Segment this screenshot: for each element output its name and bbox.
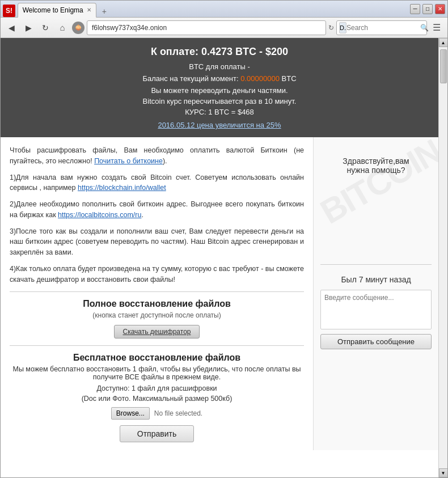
back-icon: ◀: [9, 23, 15, 32]
divider-2: [10, 345, 304, 346]
page-content: К оплате: 0.4273 BTC - $200 BTC для опла…: [1, 38, 438, 477]
scroll-up-button[interactable]: ▲: [439, 38, 448, 47]
refresh-icon: ↻: [42, 23, 49, 32]
search-engine-icon: D.: [339, 22, 346, 33]
file-types-text: (Doc или Фото. Максимальный размер 500кб…: [10, 395, 304, 403]
main-layout: Чтобы расшифровать файлы, Вам необходимо…: [1, 137, 438, 450]
header-balance: Баланс на текущий момент: 0.00000000 BTC: [12, 74, 427, 83]
forward-button[interactable]: ▶: [21, 20, 36, 35]
file-upload-row: Browse... No file selected.: [10, 407, 304, 420]
chat-divider: [320, 264, 432, 265]
title-bar: S! Welcome to Enigma ✕ + ─ □ ✕: [1, 1, 447, 18]
step1: 1)Для начала вам нужно создать свой Bitc…: [10, 172, 304, 194]
browser-content: К оплате: 0.4273 BTC - $200 BTC для опла…: [1, 38, 447, 477]
step3: 3)После того как вы создали и пополнили …: [10, 226, 304, 258]
home-button[interactable]: ⌂: [55, 20, 70, 35]
file-selected-label: No file selected.: [154, 409, 202, 417]
search-submit-button[interactable]: 🔍: [420, 24, 429, 32]
header-title: К оплате: 0.4273 BTC - $200: [12, 46, 427, 58]
header-btc-label: BTC для оплаты -: [12, 62, 427, 71]
step2: 2)Далее необходимо пополнить свой биткои…: [10, 199, 304, 221]
available-text: Доступно: 1 файл для расшифровки: [10, 384, 304, 392]
refresh-button[interactable]: ↻: [38, 20, 53, 35]
tor-icon: 🧅: [75, 24, 82, 31]
free-recovery-title: Бесплатное восстановление файлов: [10, 353, 304, 363]
forward-icon: ▶: [26, 23, 32, 32]
header-course: КУРС: 1 BTC = $468: [12, 108, 427, 116]
step2-link[interactable]: https://localbitcoins.com/ru: [58, 211, 141, 219]
download-btn-wrapper: Скачать дешифратор: [10, 325, 304, 339]
scroll-track: [439, 47, 447, 468]
minimize-button[interactable]: ─: [410, 4, 420, 14]
menu-button[interactable]: ☰: [429, 20, 444, 35]
toolbar: ◀ ▶ ↻ ⌂ 🧅 ↻ D. 🔍 ☰: [1, 18, 447, 38]
balance-prefix: Баланс на текущий момент:: [142, 74, 238, 83]
send-message-button[interactable]: Отправить сообщение: [320, 334, 432, 349]
greeting-line: Здравствуйте,вам нужна помощь?: [343, 156, 409, 175]
browser-logo: S!: [3, 5, 15, 17]
tab-label: Welcome to Enigma: [23, 6, 83, 14]
read-about-link[interactable]: Почитать о биткоине: [94, 157, 163, 165]
search-bar-wrapper: D. 🔍: [336, 20, 427, 35]
step4: 4)Как только оплата будет произведена на…: [10, 264, 304, 285]
page-loading-icon: ↻: [328, 24, 334, 32]
download-decryptor-button[interactable]: Скачать дешифратор: [114, 325, 199, 339]
divider-1: [10, 291, 304, 292]
right-column: BITCOIN Здравствуйте,вам нужна помощь? Б…: [314, 137, 438, 450]
home-icon: ⌂: [60, 23, 65, 32]
browser-window: S! Welcome to Enigma ✕ + ─ □ ✕ ◀ ▶ ↻ ⌂: [0, 0, 448, 478]
greeting-text: Здравствуйте,вам нужна помощь?: [343, 156, 409, 175]
message-input[interactable]: [320, 290, 432, 329]
step2-text: 2)Далее необходимо пополнить свой биткои…: [10, 200, 304, 219]
left-column: Чтобы расшифровать файлы, Вам необходимо…: [1, 137, 314, 450]
step1-link[interactable]: https://blockchain.info/wallet: [78, 184, 166, 192]
header-can-transfer: Вы можете переводить деньги частями.: [12, 86, 427, 95]
free-recovery-section: Бесплатное восстановление файлов Мы може…: [10, 353, 304, 442]
header-date-link[interactable]: 2016.05.12 цена увеличится на 25%: [158, 121, 281, 129]
full-recovery-title: Полное восстановление файлов: [10, 299, 304, 309]
hamburger-icon: ☰: [433, 22, 441, 33]
balance-value: 0.00000000: [240, 74, 280, 83]
balance-unit: BTC: [282, 74, 297, 83]
header-box: К оплате: 0.4273 BTC - $200 BTC для опла…: [1, 38, 438, 137]
tab-bar: S! Welcome to Enigma ✕ +: [3, 1, 410, 17]
window-controls: ─ □ ✕: [410, 4, 445, 14]
watermark-text: BITCOIN: [314, 132, 438, 231]
watermark-area: BITCOIN Здравствуйте,вам нужна помощь?: [320, 145, 432, 259]
close-button[interactable]: ✕: [435, 4, 445, 14]
instructions-intro: Чтобы расшифровать файлы, Вам необходимо…: [10, 145, 304, 167]
tor-indicator: 🧅: [72, 22, 84, 34]
last-seen-text: Был 7 минут назад: [341, 275, 411, 284]
scrollbar: ▲ ▼: [438, 38, 447, 477]
scroll-thumb[interactable]: [440, 49, 447, 83]
header-recalc-info: Bitcoin курс пересчитывается раз в 10 ми…: [12, 97, 427, 105]
maximize-button[interactable]: □: [422, 4, 433, 14]
page-inner: К оплате: 0.4273 BTC - $200 BTC для опла…: [1, 38, 438, 450]
back-button[interactable]: ◀: [4, 20, 19, 35]
scroll-down-button[interactable]: ▼: [439, 468, 448, 477]
free-recovery-description: Мы можем бесплатно восстановить 1 файл, …: [10, 365, 304, 381]
active-tab[interactable]: Welcome to Enigma ✕: [18, 3, 96, 18]
browse-button[interactable]: Browse...: [111, 407, 150, 420]
tab-close-icon[interactable]: ✕: [87, 7, 91, 13]
submit-button[interactable]: Отправить: [120, 425, 194, 442]
address-bar[interactable]: [87, 20, 326, 35]
full-recovery-subtitle: (кнопка станет доступной после оплаты): [10, 311, 304, 319]
full-recovery-section: Полное восстановление файлов (кнопка ста…: [10, 299, 304, 339]
search-input[interactable]: [346, 24, 420, 32]
new-tab-button[interactable]: +: [99, 6, 110, 17]
